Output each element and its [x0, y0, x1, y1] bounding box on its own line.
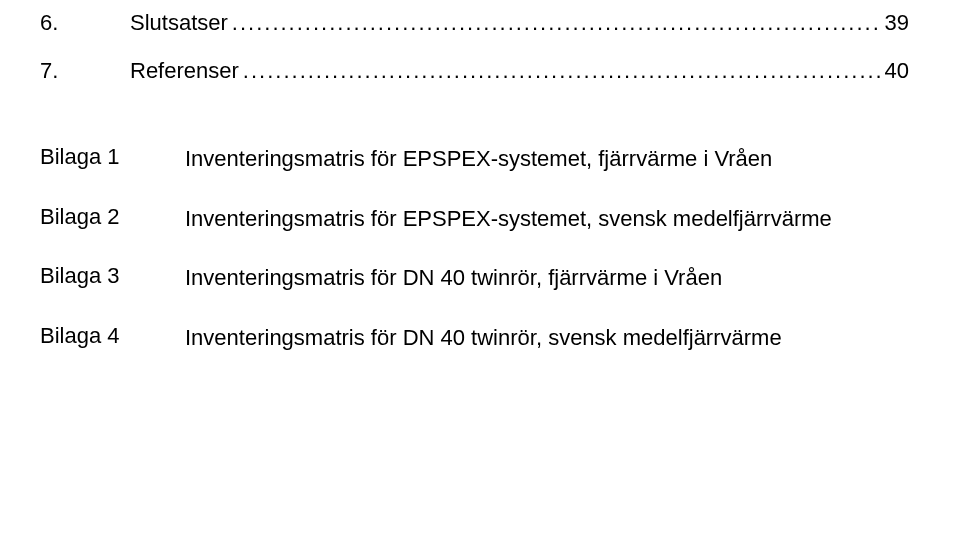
toc-leader-dots: ........................................… — [232, 10, 881, 36]
toc-entry: 7. Referenser ..........................… — [40, 58, 909, 84]
appendix-entry: Bilaga 2 Inventeringsmatris för EPSPEX-s… — [40, 204, 909, 234]
appendix-description: Inventeringsmatris för EPSPEX-systemet, … — [185, 144, 909, 174]
appendix-entry: Bilaga 4 Inventeringsmatris för DN 40 tw… — [40, 323, 909, 353]
toc-entry: 6. Slutsatser ..........................… — [40, 10, 909, 36]
appendix-label: Bilaga 3 — [40, 263, 185, 289]
appendix-label: Bilaga 4 — [40, 323, 185, 349]
toc-leader-dots: ........................................… — [243, 58, 881, 84]
toc-title: Referenser — [130, 58, 239, 84]
appendix-label: Bilaga 1 — [40, 144, 185, 170]
appendix-entry: Bilaga 1 Inventeringsmatris för EPSPEX-s… — [40, 144, 909, 174]
document-page: 6. Slutsatser ..........................… — [0, 0, 959, 393]
appendix-entry: Bilaga 3 Inventeringsmatris för DN 40 tw… — [40, 263, 909, 293]
toc-page-number: 39 — [885, 10, 909, 36]
appendix-list: Bilaga 1 Inventeringsmatris för EPSPEX-s… — [40, 144, 909, 353]
toc-page-number: 40 — [885, 58, 909, 84]
appendix-description: Inventeringsmatris för DN 40 twinrör, sv… — [185, 323, 909, 353]
appendix-label: Bilaga 2 — [40, 204, 185, 230]
appendix-description: Inventeringsmatris för EPSPEX-systemet, … — [185, 204, 909, 234]
toc-number: 6. — [40, 10, 130, 36]
toc-title: Slutsatser — [130, 10, 228, 36]
appendix-description: Inventeringsmatris för DN 40 twinrör, fj… — [185, 263, 909, 293]
toc-number: 7. — [40, 58, 130, 84]
